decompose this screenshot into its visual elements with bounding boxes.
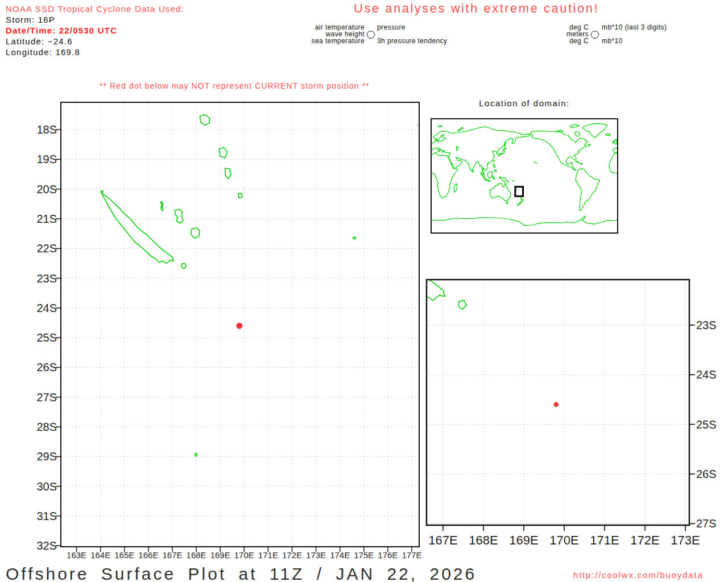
main-map-y-axis-label: 20S <box>36 182 57 196</box>
zoom-map-x-axis-label: 167E <box>428 533 457 548</box>
inset-world-map <box>431 119 618 233</box>
main-map-y-axis-label: 29S <box>36 450 57 463</box>
zoom-map-x-axis-label: 172E <box>630 533 659 548</box>
zoom-map-x-axis-label: 170E <box>549 533 578 548</box>
main-map-y-axis-label: 18S <box>36 123 57 136</box>
main-map-x-axis-label: 170E <box>234 550 254 560</box>
legend-pressure-tendency: 3h pressure tendency <box>377 37 447 45</box>
offshore-surface-plot-page: NOAA SSD Tropical Cyclone Data Used: Sto… <box>0 0 728 582</box>
main-map-y-axis-label: 26S <box>36 361 57 374</box>
main-map-y-axis-label: 25S <box>36 331 57 344</box>
zoom-map-x-axis-label: 173E <box>671 533 700 548</box>
datetime-line: Date/Time: 22/0530 UTC <box>6 25 117 36</box>
main-map-y-axis-label: 23S <box>36 272 57 285</box>
main-map-x-axis-label: 163E <box>67 550 86 560</box>
domain-rectangle <box>515 187 523 197</box>
zoom-map-y-axis-label: 25S <box>696 418 717 431</box>
legend-unit-mb10: mb*10 <box>602 37 623 45</box>
zoom-map-x-axis-label: 169E <box>509 533 538 548</box>
main-map-y-axis-label: 19S <box>36 153 57 166</box>
main-map-y-axis-label: 24S <box>36 301 57 314</box>
main-map-x-axis-label: 176E <box>378 550 398 560</box>
main-map <box>56 102 423 552</box>
main-map-x-axis-label: 169E <box>210 550 230 560</box>
main-map-y-axis-label: 27S <box>36 390 57 404</box>
zoom-map-y-axis-label: 23S <box>696 319 717 332</box>
latitude-line: Latitude: −24.6 <box>6 36 73 47</box>
legend-pressure: pressure <box>377 23 406 31</box>
main-map-x-axis-label: 167E <box>162 550 182 560</box>
zoom-map-y-axis-label: 27S <box>696 517 717 530</box>
zoom-map-x-axis-label: 168E <box>469 533 498 548</box>
main-map-x-axis-label: 166E <box>138 550 158 560</box>
main-map-x-axis-label: 171E <box>258 550 278 560</box>
main-map-x-axis-label: 175E <box>354 550 374 560</box>
storm-id-line: Storm: 16P <box>6 14 55 25</box>
zoom-map-coastlines <box>322 179 466 310</box>
zoom-map-x-axis-label: 171E <box>590 533 619 548</box>
storm-position-dot <box>236 323 242 329</box>
main-map-x-axis-label: 173E <box>306 550 326 560</box>
plot-title: Offshore Surface Plot at 11Z / JAN 22, 2… <box>6 564 477 582</box>
main-map-x-axis-label: 177E <box>402 550 421 560</box>
legend-sea-temperature: sea temperature <box>251 37 365 45</box>
main-map-y-axis-label: 31S <box>36 509 57 522</box>
longitude-line: Longitude: 169.8 <box>6 47 80 57</box>
main-map-y-axis-label: 28S <box>36 421 57 434</box>
storm-position-warning: ** Red dot below may NOT represent CURRE… <box>100 81 370 90</box>
station-circle-icon <box>367 31 375 39</box>
data-source-line: NOAA SSD Tropical Cyclone Data Used: <box>6 3 184 14</box>
main-map-y-axis-label: 21S <box>36 212 57 225</box>
main-map-y-axis-label: 32S <box>36 539 57 552</box>
main-map-x-axis-label: 168E <box>187 550 206 560</box>
legend-unit-mb10-last3: mb*10 (last 3 digits) <box>602 23 667 31</box>
inset-map-title: Location of domain: <box>431 98 618 108</box>
main-map-y-axis-label: 22S <box>36 242 57 255</box>
zoom-map <box>322 179 695 531</box>
station-circle-icon <box>591 31 599 39</box>
caution-banner: Use analyses with extreme caution! <box>354 1 599 16</box>
main-map-x-axis-label: 164E <box>90 550 110 560</box>
legend-unit-degc-bottom: deg C <box>509 37 589 45</box>
main-map-y-axis-label: 30S <box>36 480 57 493</box>
main-map-coastlines <box>101 115 423 456</box>
source-url-link[interactable]: http://coolwx.com/buoydata <box>573 570 704 580</box>
main-map-x-axis-label: 174E <box>330 550 350 560</box>
zoom-map-y-axis-label: 24S <box>696 368 717 381</box>
storm-position-dot <box>554 402 559 407</box>
zoom-map-y-axis-label: 26S <box>696 467 717 480</box>
main-map-x-axis-label: 165E <box>114 550 134 560</box>
main-map-x-axis-label: 172E <box>282 550 302 560</box>
